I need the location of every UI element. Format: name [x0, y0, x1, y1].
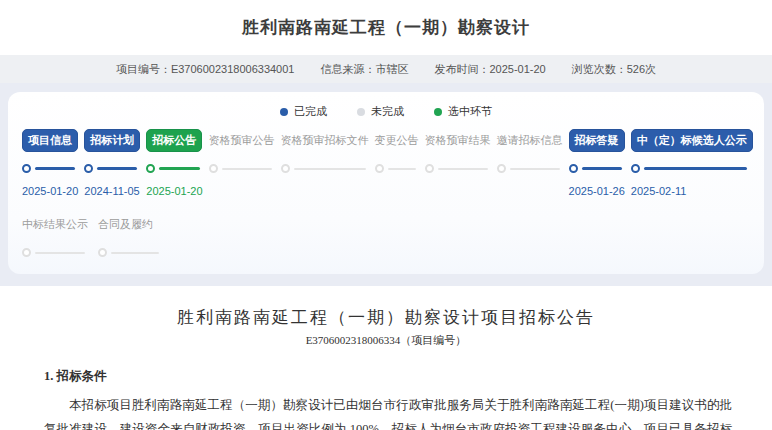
step-badge[interactable]: 中（定）标候选人公示: [631, 129, 753, 151]
step-circle-icon: [22, 164, 31, 173]
step-label: 变更公告: [375, 133, 419, 148]
timeline-row-1: 项目信息 2025-01-20 招标计划 2024-11-05 招标公告 202…: [22, 129, 750, 197]
legend-pending: 未完成: [357, 104, 404, 119]
step-label: 资格预审公告: [209, 133, 275, 148]
step-connector: [35, 167, 75, 170]
step-label: 资格预审招标文件: [281, 133, 369, 148]
step-circle-icon: [84, 164, 93, 173]
step-circle-icon: [146, 164, 155, 173]
step-circle-icon: [569, 164, 578, 173]
step-badge[interactable]: 招标公告: [146, 129, 202, 151]
step-circle-icon: [425, 164, 434, 173]
meta-bar: 项目编号：E3706002318006334001 信息来源：市辖区 发布时间：…: [0, 55, 772, 83]
step-connector: [438, 168, 488, 170]
step-connector: [97, 167, 137, 170]
step-circle-icon: [22, 248, 31, 257]
timeline-step-winner-result-publicity: 中标结果公示: [22, 213, 88, 260]
timeline-step-invitation-info: 邀请招标信息: [497, 129, 563, 176]
section-heading-bid-conditions: 1. 招标条件: [44, 368, 728, 385]
meta-project-number: 项目编号：E3706002318006334001: [116, 62, 295, 77]
step-node: [22, 161, 78, 176]
step-node: [281, 161, 369, 176]
step-node: [98, 245, 162, 260]
step-node: [497, 161, 563, 176]
meta-publish-date: 发布时间：2025-01-20: [434, 62, 545, 77]
meta-info-source: 信息来源：市辖区: [320, 62, 408, 77]
step-connector: [159, 167, 199, 170]
step-node: [425, 161, 491, 176]
step-connector: [644, 167, 747, 170]
announcement-title: 胜利南路南延工程（一期）勘察设计项目招标公告: [0, 306, 772, 329]
step-label: 合同及履约: [98, 217, 153, 232]
timeline-legend: 已完成 未完成 选中环节: [22, 104, 750, 119]
step-date: 2025-01-20: [146, 185, 202, 197]
section-body-bid-conditions: 本招标项目胜利南路南延工程（一期）勘察设计已由烟台市行政审批服务局关于胜利南路南…: [44, 393, 732, 430]
timeline-step-bid-plan[interactable]: 招标计划 2024-11-05: [84, 129, 140, 197]
timeline-step-contract-performance: 合同及履约: [98, 213, 162, 260]
meta-view-count: 浏览次数：526次: [572, 62, 656, 77]
step-connector: [388, 168, 416, 170]
step-circle-icon: [497, 164, 506, 173]
timeline-step-prequalification-result: 资格预审结果: [425, 129, 491, 176]
step-label: 邀请招标信息: [497, 133, 563, 148]
step-circle-icon: [209, 164, 218, 173]
timeline-step-change-announcement: 变更公告: [375, 129, 419, 176]
step-date: 2025-02-11: [631, 185, 750, 197]
timeline-step-bid-announcement[interactable]: 招标公告 2025-01-20: [146, 129, 202, 197]
step-connector: [222, 168, 272, 170]
page-title: 胜利南路南延工程（一期）勘察设计: [242, 16, 530, 39]
step-circle-icon: [631, 164, 640, 173]
page-header: 胜利南路南延工程（一期）勘察设计: [0, 0, 772, 55]
step-date: 2025-01-20: [22, 185, 78, 197]
step-node: [569, 161, 625, 176]
step-circle-icon: [281, 164, 290, 173]
timeline-card: 已完成 未完成 选中环节 项目信息 2025-01-20 招标计划 2024-1…: [8, 92, 764, 274]
step-label: 中标结果公示: [22, 217, 88, 232]
timeline-step-bid-clarification[interactable]: 招标答疑 2025-01-26: [569, 129, 625, 197]
step-connector: [582, 167, 622, 170]
step-label: 资格预审结果: [425, 133, 491, 148]
completed-dot-icon: [280, 108, 288, 116]
timeline-section: 已完成 未完成 选中环节 项目信息 2025-01-20 招标计划 2024-1…: [0, 83, 772, 286]
legend-selected: 选中环节: [434, 104, 492, 119]
step-date: 2024-11-05: [84, 185, 140, 197]
step-connector: [510, 168, 560, 170]
selected-dot-icon: [434, 108, 442, 116]
pending-dot-icon: [357, 108, 365, 116]
step-node: [375, 161, 419, 176]
legend-completed: 已完成: [280, 104, 327, 119]
step-circle-icon: [98, 248, 107, 257]
step-connector: [294, 168, 366, 170]
step-connector: [35, 252, 85, 254]
step-node: [84, 161, 140, 176]
step-connector: [111, 252, 159, 254]
timeline-step-prequalification-documents: 资格预审招标文件: [281, 129, 369, 176]
step-badge[interactable]: 招标答疑: [569, 129, 625, 151]
timeline-step-winner-candidate-publicity[interactable]: 中（定）标候选人公示 2025-02-11: [631, 129, 750, 197]
step-circle-icon: [375, 164, 384, 173]
timeline-step-project-info[interactable]: 项目信息 2025-01-20: [22, 129, 78, 197]
timeline-step-prequalification-announcement: 资格预审公告: [209, 129, 275, 176]
timeline-row-2: 中标结果公示 合同及履约: [22, 213, 750, 260]
step-node: [22, 245, 88, 260]
step-node: [146, 161, 202, 176]
step-node: [209, 161, 275, 176]
step-badge[interactable]: 招标计划: [84, 129, 140, 151]
step-badge[interactable]: 项目信息: [22, 129, 78, 151]
announcement-document: 胜利南路南延工程（一期）勘察设计项目招标公告 E3706002318006334…: [0, 286, 772, 430]
step-node: [631, 161, 750, 176]
step-date: 2025-01-26: [569, 185, 625, 197]
announcement-project-number: E3706002318006334（项目编号）: [0, 333, 772, 348]
